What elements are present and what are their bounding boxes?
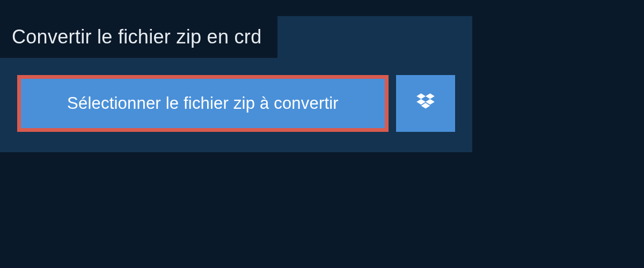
button-row: Sélectionner le fichier zip à convertir <box>0 58 472 132</box>
select-file-button[interactable]: Sélectionner le fichier zip à convertir <box>17 75 389 132</box>
dropbox-icon <box>414 91 437 116</box>
title-bar: Convertir le fichier zip en crd <box>0 16 277 58</box>
dropbox-button[interactable] <box>396 75 455 132</box>
page-title: Convertir le fichier zip en crd <box>12 26 261 48</box>
select-file-label: Sélectionner le fichier zip à convertir <box>67 94 339 113</box>
converter-panel: Convertir le fichier zip en crd Sélectio… <box>0 16 472 152</box>
